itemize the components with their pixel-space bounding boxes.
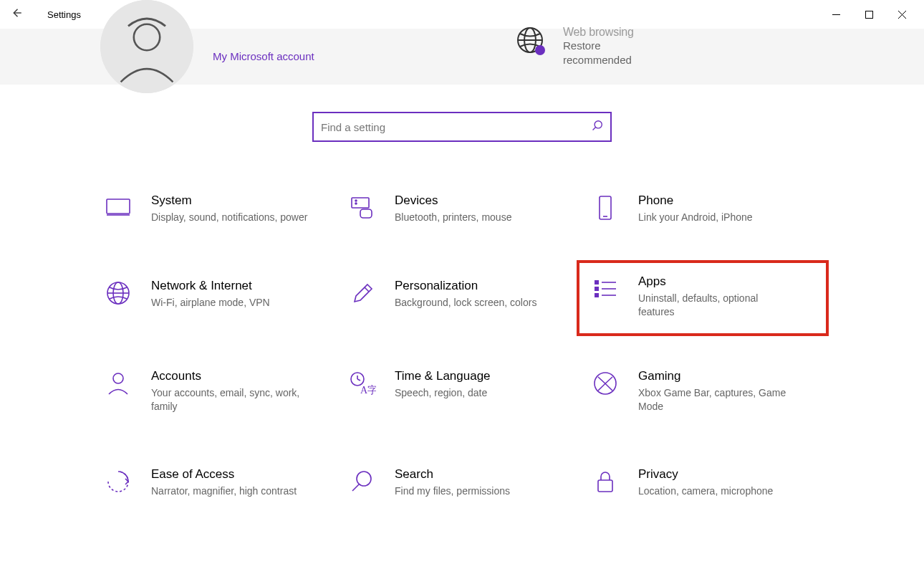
category-desc: Wi-Fi, airplane mode, VPN <box>151 296 270 310</box>
svg-rect-14 <box>352 198 369 208</box>
category-desc: Speech, region, date <box>395 386 491 400</box>
svg-rect-26 <box>595 293 599 297</box>
svg-rect-38 <box>598 480 612 492</box>
avatar <box>100 0 193 93</box>
category-devices[interactable]: Devices Bluetooth, printers, mouse <box>347 189 577 229</box>
xbox-icon <box>591 369 620 398</box>
category-desc: Link your Android, iPhone <box>638 211 753 224</box>
svg-point-16 <box>355 200 357 201</box>
close-button[interactable] <box>885 11 918 19</box>
category-title: Apps <box>638 274 796 289</box>
category-title: Gaming <box>638 369 796 383</box>
globe-icon <box>104 279 133 307</box>
category-gaming[interactable]: Gaming Xbox Game Bar, captures, Game Mod… <box>591 365 820 418</box>
category-ease-of-access[interactable]: Ease of Access Narrator, magnifier, high… <box>104 463 333 502</box>
category-title: Personalization <box>395 279 536 293</box>
svg-point-36 <box>357 472 371 486</box>
svg-rect-25 <box>595 287 599 291</box>
category-title: Devices <box>395 193 511 208</box>
category-time-language[interactable]: A字 Time & Language Speech, region, date <box>347 365 577 418</box>
category-title: Privacy <box>638 467 773 482</box>
svg-point-17 <box>355 203 357 204</box>
time-language-icon: A字 <box>347 369 376 398</box>
category-title: Phone <box>638 193 753 208</box>
maximize-button[interactable] <box>852 11 885 19</box>
category-apps[interactable]: Apps Uninstall, defaults, optional featu… <box>578 262 827 335</box>
svg-rect-24 <box>595 280 599 284</box>
category-desc: Uninstall, defaults, optional features <box>638 292 796 319</box>
category-privacy[interactable]: Privacy Location, camera, microphone <box>591 463 820 502</box>
category-desc: Find my files, permissions <box>395 484 510 498</box>
svg-line-11 <box>593 127 596 130</box>
category-personalization[interactable]: Personalization Background, lock screen,… <box>347 274 577 319</box>
category-phone[interactable]: Phone Link your Android, iPhone <box>591 189 820 229</box>
window-title: Settings <box>47 9 81 20</box>
back-button[interactable] <box>6 6 27 22</box>
person-icon <box>104 369 133 398</box>
svg-rect-1 <box>865 11 872 18</box>
category-title: System <box>151 193 307 208</box>
magnifier-icon <box>347 467 376 496</box>
search-icon <box>591 120 603 135</box>
category-title: Network & Internet <box>151 279 270 293</box>
svg-text:A字: A字 <box>360 385 376 396</box>
svg-rect-12 <box>107 199 130 214</box>
category-desc: Location, camera, microphone <box>638 484 773 498</box>
category-desc: Display, sound, notifications, power <box>151 211 307 224</box>
category-desc: Narrator, magnifier, high contrast <box>151 484 297 498</box>
category-desc: Your accounts, email, sync, work, family <box>151 386 309 413</box>
phone-icon <box>591 193 620 222</box>
category-title: Accounts <box>151 369 309 383</box>
search-box[interactable] <box>312 112 612 142</box>
svg-line-23 <box>365 287 369 292</box>
category-title: Ease of Access <box>151 467 297 482</box>
globe-icon <box>516 26 547 57</box>
category-desc: Background, lock screen, colors <box>395 296 536 310</box>
svg-line-37 <box>352 484 359 491</box>
account-band: My Microsoft account Web browsing Restor… <box>0 29 924 85</box>
web-browsing-subtitle: Restore recommended <box>563 39 649 68</box>
category-desc: Bluetooth, printers, mouse <box>395 211 511 224</box>
category-title: Time & Language <box>395 369 491 383</box>
paintbrush-icon <box>347 279 376 307</box>
svg-point-4 <box>100 0 193 93</box>
category-desc: Xbox Game Bar, captures, Game Mode <box>638 386 796 413</box>
category-system[interactable]: System Display, sound, notifications, po… <box>104 189 333 229</box>
category-search[interactable]: Search Find my files, permissions <box>347 463 577 502</box>
svg-point-9 <box>535 45 545 55</box>
search-input[interactable] <box>321 121 591 133</box>
web-browsing-status[interactable]: Web browsing Restore recommended <box>516 26 649 68</box>
svg-line-33 <box>357 379 360 381</box>
minimize-button[interactable] <box>819 11 852 19</box>
system-icon <box>104 193 133 222</box>
apps-icon <box>591 274 620 303</box>
category-network[interactable]: Network & Internet Wi-Fi, airplane mode,… <box>104 274 333 319</box>
category-title: Search <box>395 467 510 482</box>
svg-point-30 <box>113 373 123 383</box>
svg-rect-15 <box>360 209 372 218</box>
devices-icon <box>347 193 376 222</box>
category-accounts[interactable]: Accounts Your accounts, email, sync, wor… <box>104 365 333 418</box>
web-browsing-title: Web browsing <box>563 26 649 39</box>
ease-of-access-icon <box>104 467 133 496</box>
categories-grid: System Display, sound, notifications, po… <box>104 189 820 502</box>
my-microsoft-account-link[interactable]: My Microsoft account <box>213 50 314 62</box>
lock-icon <box>591 467 620 496</box>
